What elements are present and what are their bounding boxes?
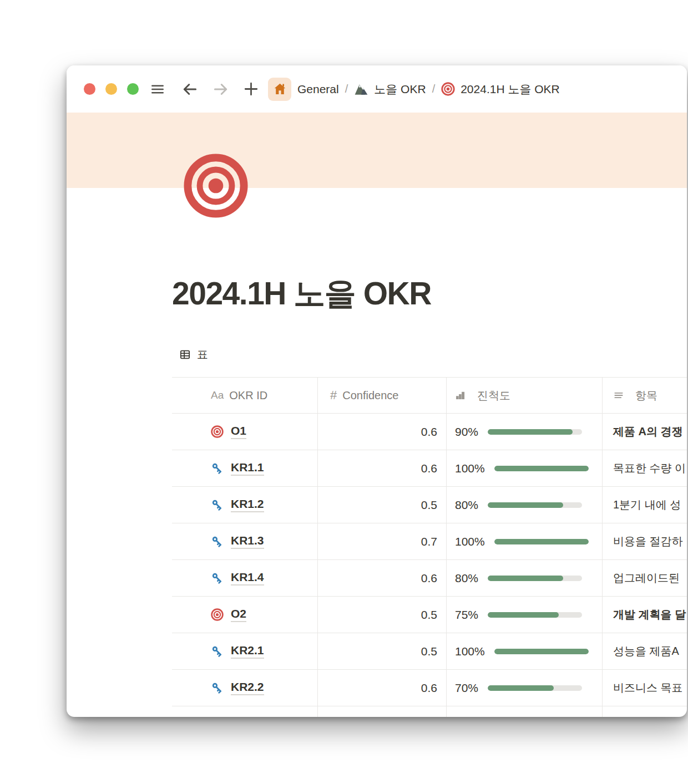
okr-id-link[interactable]: KR2.2	[231, 680, 264, 695]
confidence-cell[interactable]: 0.5	[318, 487, 447, 523]
table-row[interactable]: O1 0.6 90% 제품 A의 경쟁	[172, 414, 687, 450]
breadcrumb-item-current-page[interactable]: 2024.1H 노을 OKR	[441, 82, 560, 97]
progress-cell[interactable]: 75%	[447, 597, 603, 633]
page-title[interactable]: 2024.1H 노을 OKR	[172, 274, 687, 313]
progress-cell[interactable]: 100%	[447, 450, 603, 486]
close-button[interactable]	[84, 83, 95, 95]
column-header-okr-id[interactable]: Aa OKR ID	[172, 378, 318, 413]
number-property-icon: #	[330, 388, 337, 403]
okr-id-link[interactable]: KR2.1	[231, 644, 264, 659]
table-row[interactable]: KR1.1 0.6 100% 목표한 수량 이	[172, 450, 687, 487]
okr-id-cell[interactable]: KR1.2	[172, 487, 318, 523]
progress-cell[interactable]: 70%	[447, 670, 603, 706]
column-header-label: Confidence	[342, 389, 398, 402]
progress-cell[interactable]: 60%	[447, 706, 603, 717]
progress-cell[interactable]: 90%	[447, 414, 603, 450]
table-row[interactable]: KR2.3 0.5 60% 목표를 수립하	[172, 706, 687, 717]
view-tab-label: 표	[197, 347, 208, 362]
item-cell[interactable]: 제품 A의 경쟁	[603, 414, 687, 450]
okr-id-cell[interactable]: KR1.4	[172, 560, 318, 596]
progress-label: 100%	[455, 462, 485, 475]
progress-label: 75%	[455, 608, 478, 622]
table-row[interactable]: KR1.3 0.7 100% 비용을 절감하	[172, 523, 687, 560]
mountain-icon	[354, 82, 368, 96]
column-header-label: OKR ID	[229, 389, 267, 402]
key-icon	[211, 535, 224, 548]
progress-steps-icon	[455, 390, 466, 401]
table-row[interactable]: KR2.2 0.6 70% 비즈니스 목표	[172, 670, 687, 706]
table-icon	[179, 349, 191, 360]
target-icon	[211, 608, 224, 621]
progress-cell[interactable]: 80%	[447, 560, 603, 596]
confidence-cell[interactable]: 0.5	[318, 706, 447, 717]
zoom-button[interactable]	[127, 83, 139, 95]
page-content: 2024.1H 노을 OKR 표 Aa OKR ID # Confidence …	[67, 153, 687, 717]
table-row[interactable]: O2 0.5 75% 개발 계획을 달	[172, 597, 687, 633]
progress-cell[interactable]: 80%	[447, 487, 603, 523]
target-icon	[441, 82, 455, 96]
item-cell[interactable]: 비즈니스 목표	[603, 670, 687, 706]
breadcrumb-item-general[interactable]: General	[297, 83, 339, 96]
confidence-cell[interactable]: 0.6	[318, 670, 447, 706]
okr-id-cell[interactable]: KR1.1	[172, 450, 318, 486]
okr-id-link[interactable]: O1	[231, 424, 246, 439]
column-header-confidence[interactable]: # Confidence	[318, 378, 447, 413]
okr-id-cell[interactable]: O1	[172, 414, 318, 450]
okr-id-cell[interactable]: KR1.3	[172, 523, 318, 559]
item-cell[interactable]: 개발 계획을 달	[603, 597, 687, 633]
confidence-cell[interactable]: 0.6	[318, 560, 447, 596]
column-header-label: 항목	[635, 388, 657, 403]
window-controls	[67, 83, 139, 95]
titlebar: General / 노을 OKR / 2024.1H 노을 OKR	[67, 65, 687, 113]
progress-label: 80%	[455, 498, 478, 512]
okr-id-link[interactable]: KR1.2	[231, 497, 264, 512]
table-row[interactable]: KR1.2 0.5 80% 1분기 내에 성	[172, 487, 687, 523]
item-cell[interactable]: 비용을 절감하	[603, 523, 687, 559]
view-tab-table[interactable]: 표	[179, 344, 208, 364]
column-header-progress[interactable]: 진척도	[447, 378, 603, 413]
item-cell[interactable]: 1분기 내에 성	[603, 487, 687, 523]
item-cell[interactable]: 목표한 수량 이	[603, 450, 687, 486]
sidebar-menu-icon[interactable]	[148, 79, 168, 99]
column-header-item[interactable]: 항목	[603, 378, 687, 413]
breadcrumb: General / 노을 OKR / 2024.1H 노을 OKR	[297, 82, 560, 97]
new-page-icon[interactable]	[241, 79, 261, 99]
progress-cell[interactable]: 100%	[447, 523, 603, 559]
table-row[interactable]: KR2.1 0.5 100% 성능을 제품A	[172, 633, 687, 670]
item-cell[interactable]: 업그레이드된	[603, 560, 687, 596]
key-icon	[211, 462, 224, 475]
confidence-cell[interactable]: 0.6	[318, 450, 447, 486]
okr-id-link[interactable]: KR1.3	[231, 534, 264, 549]
key-icon	[211, 645, 224, 658]
title-property-icon: Aa	[211, 389, 224, 401]
okr-id-link[interactable]: KR1.4	[231, 571, 264, 586]
minimize-button[interactable]	[105, 83, 117, 95]
table-header-row: Aa OKR ID # Confidence 진척도 항목	[172, 378, 687, 414]
back-icon[interactable]	[180, 79, 200, 99]
okr-id-cell[interactable]: KR2.1	[172, 633, 318, 669]
home-button[interactable]	[268, 78, 291, 101]
confidence-cell[interactable]: 0.5	[318, 633, 447, 669]
okr-id-cell[interactable]: KR2.2	[172, 670, 318, 706]
progress-cell[interactable]: 100%	[447, 633, 603, 669]
target-icon	[211, 425, 224, 438]
confidence-cell[interactable]: 0.7	[318, 523, 447, 559]
progress-bar	[494, 649, 589, 654]
breadcrumb-item-noeul-okr[interactable]: 노을 OKR	[354, 82, 426, 97]
table-row[interactable]: KR1.4 0.6 80% 업그레이드된	[172, 560, 687, 597]
okr-id-link[interactable]: KR1.1	[231, 461, 264, 476]
page-target-icon[interactable]	[183, 153, 249, 218]
okr-id-link[interactable]: O2	[231, 607, 246, 622]
item-cell[interactable]: 성능을 제품A	[603, 633, 687, 669]
confidence-cell[interactable]: 0.5	[318, 597, 447, 633]
okr-id-cell[interactable]: O2	[172, 597, 318, 633]
home-icon	[273, 82, 287, 96]
okr-id-cell[interactable]: KR2.3	[172, 706, 318, 717]
item-cell[interactable]: 목표를 수립하	[603, 706, 687, 717]
confidence-cell[interactable]: 0.6	[318, 414, 447, 450]
key-icon	[211, 681, 224, 694]
progress-label: 80%	[455, 572, 478, 585]
progress-bar	[494, 539, 589, 544]
forward-icon[interactable]	[211, 79, 231, 99]
progress-bar	[488, 502, 582, 508]
